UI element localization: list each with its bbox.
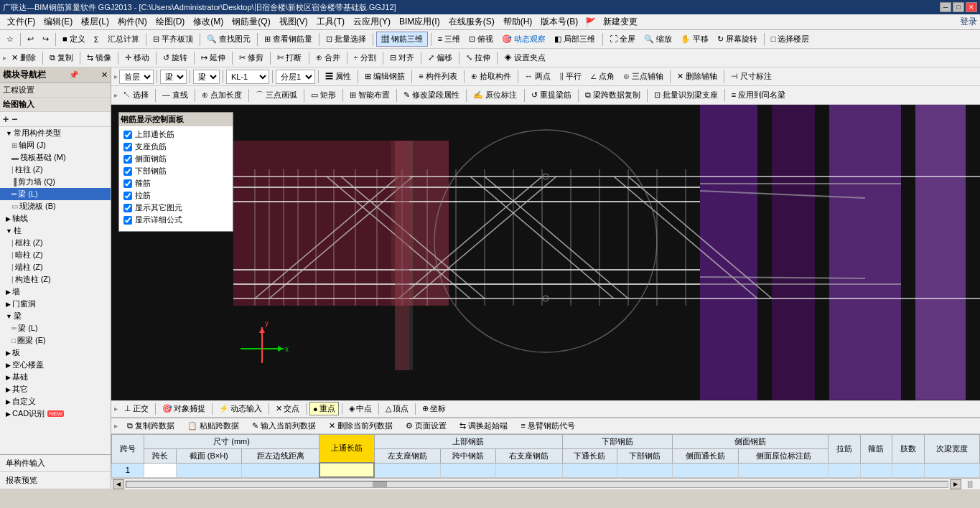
tree-slab-group[interactable]: ▶ 板 [0,347,111,359]
tb-apply-same[interactable]: ≡ 应用到同名梁 [728,88,789,102]
tree-struct-col[interactable]: | 构造柱 (Z) [0,273,111,286]
menu-new-change[interactable]: 新建变更 [599,14,642,29]
table-row[interactable]: 1 [112,463,980,477]
snap-vertex[interactable]: △ 顶点 [382,402,412,415]
td-stirrup[interactable] [860,463,892,477]
tb-extend[interactable]: ↦ 延伸 [197,51,229,65]
tb-comp-list[interactable]: ≡ 构件列表 [415,70,460,83]
td-bot-steel[interactable] [617,463,673,477]
scroll-right-btn[interactable]: ► [950,479,961,489]
tb-point-angle[interactable]: ∠ 点角 [587,70,618,83]
td-section[interactable] [176,463,241,477]
btn-paste-span[interactable]: 📋 粘贴跨数据 [184,419,243,433]
tb-point-length[interactable]: ⊕ 点加长度 [198,88,246,102]
td-left-dist[interactable] [241,463,319,477]
section-engineering[interactable]: 工程设置 [0,83,111,98]
tb-view-steel[interactable]: ⊞ 查看钢筋量 [261,32,316,46]
tb-select[interactable]: ↖ 选择 [119,88,152,102]
tree-custom[interactable]: ▶ 自定义 [0,395,111,408]
tb-undo[interactable]: ↩ [24,33,37,45]
tb-zoom[interactable]: 🔍 缩放 [640,32,676,46]
tree-wall[interactable]: ▶ 墙 [0,286,111,298]
td-mid-span[interactable] [441,463,496,477]
report-preview-btn[interactable]: 报表预览 [0,472,111,489]
td-limb[interactable] [892,463,925,477]
tree-slab[interactable]: ▭ 现浇板 (B) [0,200,111,212]
section-drawing[interactable]: 绘图输入 [0,98,111,112]
tb-smart-place[interactable]: ⊞ 智能布置 [346,88,393,102]
tree-end-col[interactable]: | 端柱 (Z) [0,261,111,273]
layer-select[interactable]: 分层1 [276,70,315,84]
tb-split[interactable]: ÷ 分割 [350,51,380,65]
steel-cb-top-long[interactable] [123,131,132,139]
menu-draw[interactable]: 绘图(D) [151,14,190,29]
login-button[interactable]: 登录 [960,16,977,28]
steel-cb-bottom[interactable] [123,167,132,176]
tb-set-grip[interactable]: ◈ 设置夹点 [500,51,549,65]
td-side-long[interactable] [672,463,739,477]
snap-orthogonal[interactable]: ⊥ 正交 [121,402,152,415]
panel-pin[interactable]: 📌 [69,70,79,80]
steel-opt-support-neg[interactable]: 支座负筋 [123,141,228,152]
maximize-button[interactable]: □ [953,2,964,12]
tb-merge[interactable]: ⊕ 合并 [312,51,344,65]
tb-two-point[interactable]: ↔ 两点 [521,70,554,83]
table-scroll-container[interactable]: 跨号 尺寸 (mm) 上通长筋 上部钢筋 下部钢筋 侧面钢筋 拉筋 箍筋 肢数 … [111,434,980,479]
tb-define[interactable]: ■ 定义 [59,32,89,46]
tree-column[interactable]: | 柱往 (Z) [0,164,111,176]
snap-midpoint[interactable]: ◈ 中点 [345,402,375,415]
td-sec-beam[interactable] [925,463,980,477]
td-tie[interactable] [828,463,860,477]
tb-select-floor[interactable]: □ 选择楼层 [767,32,813,46]
menu-version[interactable]: 版本号(B) [536,14,582,29]
tb-offset[interactable]: ⤢ 偏移 [424,51,456,65]
tree-beam-l[interactable]: ═ 梁 (L) [0,322,111,334]
tree-frame-col[interactable]: | 框柱 (Z) [0,237,111,249]
scroll-thumb[interactable] [373,481,387,487]
btn-page-setup[interactable]: ⚙ 页面设置 [402,419,450,433]
steel-opt-show-other[interactable]: 显示其它图元 [123,202,228,213]
menu-view[interactable]: 视图(V) [275,14,312,29]
tree-openings[interactable]: ▶ 门窗洞 [0,298,111,310]
tb-rotate2[interactable]: ↺ 旋转 [159,51,191,65]
menu-help[interactable]: 帮助(H) [499,14,537,29]
tb-mirror[interactable]: ⇆ 镜像 [83,51,115,65]
steel-cb-tie[interactable] [123,192,132,200]
tb-calc[interactable]: 汇总计算 [104,32,143,46]
tree-other[interactable]: ▶ 其它 [0,383,111,395]
tb-edit-steel[interactable]: ⊞ 编辑钢筋 [361,70,409,83]
tb-batch-id-support[interactable]: ⊡ 批量识别梁支座 [650,88,722,102]
menu-online[interactable]: 在线服务(S) [444,14,499,29]
steel-opt-side[interactable]: 侧面钢筋 [123,154,228,164]
steel-opt-stirrup[interactable]: 箍筋 [123,178,228,189]
btn-swap-start[interactable]: ⇆ 调换起始端 [456,419,511,433]
menu-floor[interactable]: 楼层(L) [77,14,113,29]
tree-col-group[interactable]: ▼ 柱 [0,225,111,237]
td-top-long[interactable] [319,463,375,477]
tree-axis-line[interactable]: ▶ 轴线 [0,212,111,225]
tb-move[interactable]: ✛ 移动 [121,51,153,65]
tree-common-types[interactable]: ▼ 常用构件类型 [0,127,111,139]
tb-line[interactable]: — 直线 [159,88,192,102]
tree-beam-group[interactable]: ▼ 梁 [0,310,111,322]
tb-in-situ-mark[interactable]: ✍ 原位标注 [470,88,521,102]
tb-align-slab[interactable]: ⊟ 平齐板顶 [149,32,197,46]
snap-intersection[interactable]: ✕ 交点 [272,402,303,415]
tb-modify-seg[interactable]: ✎ 修改梁段属性 [400,88,463,102]
tb-rotate[interactable]: ↻ 屏幕旋转 [714,32,761,46]
menu-tools[interactable]: 工具(T) [312,14,349,29]
steel-cb-support-neg[interactable] [123,143,132,151]
tb-new[interactable]: ☆ [3,33,17,45]
td-bot-long[interactable] [562,463,617,477]
td-side-mark[interactable] [739,463,828,477]
tb-batch-select[interactable]: ⊡ 批量选择 [322,32,370,46]
tb-dim[interactable]: ⊣ 尺寸标注 [727,70,775,83]
tb-fullscreen[interactable]: ⛶ 全屏 [606,32,639,46]
menu-cloud[interactable]: 云应用(Y) [349,14,395,29]
tb-sigma[interactable]: Σ [90,34,103,45]
steel-opt-bottom[interactable]: 下部钢筋 [123,166,228,177]
panel-close[interactable]: ✕ [101,70,108,80]
tb-delete[interactable]: ✕ 删除 [8,51,39,65]
tb-stretch[interactable]: ⤡ 拉伸 [462,51,494,65]
tb-3d[interactable]: ≡ 三维 [434,32,464,46]
